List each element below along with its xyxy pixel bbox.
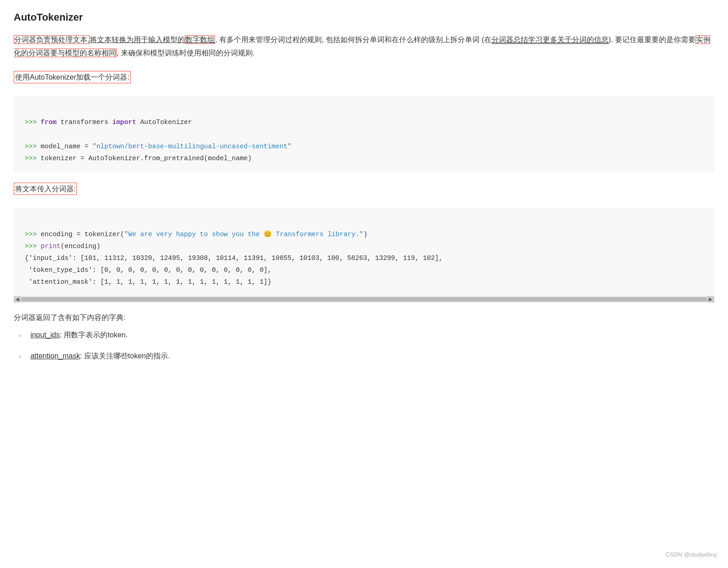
prompt-5: >>> [25,243,41,250]
prompt-2: >>> [25,143,41,150]
page-title: AutoTokenizer [14,9,714,25]
code-block-2: >>> encoding = tokenizer("We are very ha… [14,208,714,296]
kw-from: from [41,119,57,126]
code-block-2-content: >>> encoding = tokenizer("We are very ha… [14,208,714,296]
term-attention-mask: attention_mask [30,352,80,360]
str-input: "We are very happy to show you the 😊 Tra… [124,231,364,238]
code-block-1-content: >>> from transformers import AutoTokeniz… [14,96,714,172]
intro-part5: 分词器总结学习更多关于分词的信息 [491,36,609,44]
section1-heading: 使用AutoTokenizer加载一个分词器: [14,71,131,84]
intro-paragraph: 分词器负责预处理文本,将文本转换为用于输入模型的数字数组. 有多个用来管理分词过… [14,33,714,60]
var-model-name: model_name = [41,143,92,150]
doc-list: input_ids: 用数字表示的token. attention_mask: … [14,329,714,364]
scroll-right-arrow[interactable]: ▶ [707,296,714,303]
output-line1: {'input_ids': [101, 11312, 10320, 12495,… [25,254,443,262]
intro-part3: 数字数组 [185,35,215,44]
intro-part8: , 来确保和模型训练时使用相同的分词规则. [117,49,254,57]
kw-import: import [112,119,136,126]
module-name: transformers [60,119,108,126]
section2-heading: 将文本传入分词器: [14,183,77,195]
intro-part1: 分词器负责预处理文本, [14,35,90,44]
section3-text: 分词器返回了含有如下内容的字典: [14,312,714,324]
output-line2: 'token_type_ids': [0, 0, 0, 0, 0, 0, 0, … [25,266,272,274]
list-item-2-content: attention_mask: 应该关注哪些token的指示. [30,350,170,362]
class-autotokenizer: AutoTokenizer [140,119,192,126]
code-block-1: >>> from transformers import AutoTokeniz… [14,96,714,172]
print-args: (encoding) [60,243,100,250]
var-tokenizer: tokenizer = AutoTokenizer.from_pretraine… [41,155,252,162]
scroll-left-arrow[interactable]: ◀ [14,296,21,303]
term-input-ids-desc: : 用数字表示的token. [59,331,127,339]
horizontal-scrollbar[interactable]: ◀ ▶ [14,296,714,303]
str-model-name-val: "nlptown/bert-base-multilingual-uncased-… [92,143,291,150]
intro-part2: 将文本转换为用于输入模型的 [90,36,185,43]
scroll-thumb[interactable] [21,297,707,302]
intro-part4: . 有多个用来管理分词过程的规则, 包括如何拆分单词和在什么样的级别上拆分单词 … [215,36,491,43]
builtin-print: print [41,243,61,250]
encoding-stmt: encoding = tokenizer( [41,231,124,238]
list-item-1-content: input_ids: 用数字表示的token. [30,329,128,341]
close-paren: ) [363,231,367,238]
list-item-input-ids: input_ids: 用数字表示的token. [18,329,714,342]
intro-part6: ). 要记住最重要的是你需要 [609,36,696,43]
prompt-1: >>> [25,119,41,126]
term-attention-mask-desc: : 应该关注哪些token的指示. [80,352,170,360]
prompt-4: >>> [25,231,41,238]
prompt-3: >>> [25,155,41,162]
term-input-ids: input_ids [30,331,59,339]
list-item-attention-mask: attention_mask: 应该关注哪些token的指示. [18,350,714,363]
output-line3: 'attention_mask': [1, 1, 1, 1, 1, 1, 1, … [25,278,272,286]
